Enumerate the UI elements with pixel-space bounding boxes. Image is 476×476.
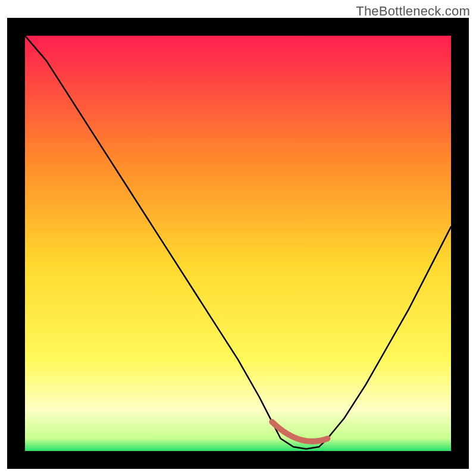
plot-area	[25, 36, 451, 451]
background-gradient	[25, 36, 451, 451]
watermark-text: TheBottleneck.com	[356, 4, 470, 19]
svg-rect-0	[25, 36, 451, 451]
chart-frame: TheBottleneck.com	[0, 0, 476, 476]
